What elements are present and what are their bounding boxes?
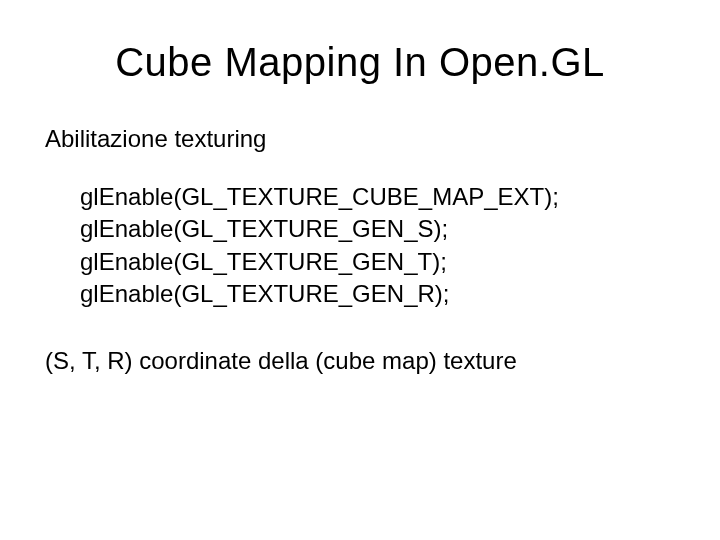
code-line: glEnable(GL_TEXTURE_CUBE_MAP_EXT); [80,181,680,213]
code-line: glEnable(GL_TEXTURE_GEN_R); [80,278,680,310]
section-heading: Abilitazione texturing [45,125,680,153]
code-line: glEnable(GL_TEXTURE_GEN_S); [80,213,680,245]
footer-note: (S, T, R) coordinate della (cube map) te… [45,347,680,375]
slide: Cube Mapping In Open.GL Abilitazione tex… [0,0,720,540]
code-block: glEnable(GL_TEXTURE_CUBE_MAP_EXT); glEna… [80,181,680,311]
slide-title: Cube Mapping In Open.GL [40,40,680,85]
code-line: glEnable(GL_TEXTURE_GEN_T); [80,246,680,278]
